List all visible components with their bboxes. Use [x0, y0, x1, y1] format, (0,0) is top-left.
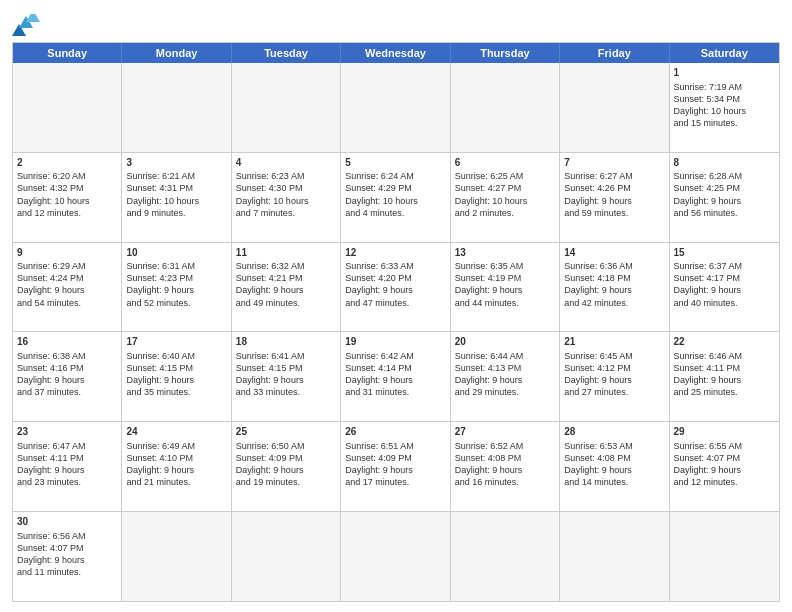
- day-info: Daylight: 10 hours: [236, 195, 336, 207]
- day-info: Sunrise: 6:27 AM: [564, 170, 664, 182]
- header: [12, 10, 780, 36]
- day-info: Sunrise: 6:32 AM: [236, 260, 336, 272]
- calendar-cell-2-6: 15Sunrise: 6:37 AMSunset: 4:17 PMDayligh…: [670, 243, 779, 332]
- day-info: Sunrise: 6:28 AM: [674, 170, 775, 182]
- day-number: 7: [564, 156, 664, 170]
- day-info: and 37 minutes.: [17, 386, 117, 398]
- calendar-cell-0-0: [13, 63, 122, 152]
- day-number: 30: [17, 515, 117, 529]
- logo: [12, 10, 44, 36]
- calendar-cell-0-5: [560, 63, 669, 152]
- day-info: and 14 minutes.: [564, 476, 664, 488]
- calendar-cell-1-1: 3Sunrise: 6:21 AMSunset: 4:31 PMDaylight…: [122, 153, 231, 242]
- calendar-cell-5-1: [122, 512, 231, 601]
- calendar-cell-4-2: 25Sunrise: 6:50 AMSunset: 4:09 PMDayligh…: [232, 422, 341, 511]
- day-number: 20: [455, 335, 555, 349]
- day-info: Sunset: 4:09 PM: [236, 452, 336, 464]
- day-info: Sunrise: 6:40 AM: [126, 350, 226, 362]
- day-number: 27: [455, 425, 555, 439]
- day-info: and 44 minutes.: [455, 297, 555, 309]
- day-info: Daylight: 9 hours: [564, 195, 664, 207]
- calendar-cell-1-6: 8Sunrise: 6:28 AMSunset: 4:25 PMDaylight…: [670, 153, 779, 242]
- day-info: Daylight: 9 hours: [126, 374, 226, 386]
- day-info: and 54 minutes.: [17, 297, 117, 309]
- day-info: and 11 minutes.: [17, 566, 117, 578]
- day-info: Sunrise: 6:33 AM: [345, 260, 445, 272]
- day-info: Sunrise: 6:21 AM: [126, 170, 226, 182]
- day-info: Daylight: 10 hours: [126, 195, 226, 207]
- day-info: Daylight: 10 hours: [455, 195, 555, 207]
- day-info: and 35 minutes.: [126, 386, 226, 398]
- day-info: Sunset: 4:10 PM: [126, 452, 226, 464]
- header-day-tuesday: Tuesday: [232, 43, 341, 63]
- day-info: Sunset: 4:11 PM: [17, 452, 117, 464]
- day-number: 10: [126, 246, 226, 260]
- calendar-cell-4-1: 24Sunrise: 6:49 AMSunset: 4:10 PMDayligh…: [122, 422, 231, 511]
- day-info: and 7 minutes.: [236, 207, 336, 219]
- day-info: and 16 minutes.: [455, 476, 555, 488]
- calendar-cell-1-0: 2Sunrise: 6:20 AMSunset: 4:32 PMDaylight…: [13, 153, 122, 242]
- day-info: and 29 minutes.: [455, 386, 555, 398]
- day-info: and 52 minutes.: [126, 297, 226, 309]
- day-info: Daylight: 9 hours: [345, 464, 445, 476]
- day-info: and 31 minutes.: [345, 386, 445, 398]
- day-info: Daylight: 10 hours: [345, 195, 445, 207]
- header-day-friday: Friday: [560, 43, 669, 63]
- calendar-cell-4-3: 26Sunrise: 6:51 AMSunset: 4:09 PMDayligh…: [341, 422, 450, 511]
- header-day-monday: Monday: [122, 43, 231, 63]
- day-info: and 49 minutes.: [236, 297, 336, 309]
- calendar-cell-0-4: [451, 63, 560, 152]
- day-info: Sunset: 4:21 PM: [236, 272, 336, 284]
- day-info: Sunrise: 6:29 AM: [17, 260, 117, 272]
- day-info: Sunset: 4:11 PM: [674, 362, 775, 374]
- calendar: SundayMondayTuesdayWednesdayThursdayFrid…: [12, 42, 780, 602]
- calendar-cell-5-2: [232, 512, 341, 601]
- day-info: and 19 minutes.: [236, 476, 336, 488]
- day-number: 2: [17, 156, 117, 170]
- day-info: Sunset: 4:24 PM: [17, 272, 117, 284]
- calendar-row-1: 2Sunrise: 6:20 AMSunset: 4:32 PMDaylight…: [13, 152, 779, 242]
- day-number: 1: [674, 66, 775, 80]
- day-number: 26: [345, 425, 445, 439]
- day-info: Sunrise: 6:44 AM: [455, 350, 555, 362]
- calendar-cell-0-3: [341, 63, 450, 152]
- day-info: Daylight: 9 hours: [17, 464, 117, 476]
- calendar-cell-4-5: 28Sunrise: 6:53 AMSunset: 4:08 PMDayligh…: [560, 422, 669, 511]
- day-info: Daylight: 9 hours: [236, 374, 336, 386]
- header-day-sunday: Sunday: [13, 43, 122, 63]
- calendar-cell-0-1: [122, 63, 231, 152]
- day-info: and 9 minutes.: [126, 207, 226, 219]
- day-info: Sunset: 5:34 PM: [674, 93, 775, 105]
- day-info: Sunrise: 6:20 AM: [17, 170, 117, 182]
- day-info: Daylight: 9 hours: [126, 284, 226, 296]
- day-number: 9: [17, 246, 117, 260]
- day-info: and 12 minutes.: [17, 207, 117, 219]
- day-info: Sunrise: 6:25 AM: [455, 170, 555, 182]
- day-number: 19: [345, 335, 445, 349]
- day-info: Sunrise: 6:37 AM: [674, 260, 775, 272]
- day-info: Sunset: 4:26 PM: [564, 182, 664, 194]
- calendar-cell-4-0: 23Sunrise: 6:47 AMSunset: 4:11 PMDayligh…: [13, 422, 122, 511]
- day-info: and 25 minutes.: [674, 386, 775, 398]
- day-info: Sunset: 4:12 PM: [564, 362, 664, 374]
- day-number: 3: [126, 156, 226, 170]
- calendar-cell-3-2: 18Sunrise: 6:41 AMSunset: 4:15 PMDayligh…: [232, 332, 341, 421]
- day-info: Sunset: 4:15 PM: [236, 362, 336, 374]
- day-info: and 12 minutes.: [674, 476, 775, 488]
- calendar-header: SundayMondayTuesdayWednesdayThursdayFrid…: [13, 43, 779, 63]
- day-info: Sunset: 4:20 PM: [345, 272, 445, 284]
- svg-marker-2: [26, 14, 40, 22]
- day-number: 4: [236, 156, 336, 170]
- day-info: and 21 minutes.: [126, 476, 226, 488]
- calendar-cell-5-0: 30Sunrise: 6:56 AMSunset: 4:07 PMDayligh…: [13, 512, 122, 601]
- day-info: Daylight: 9 hours: [236, 464, 336, 476]
- day-info: Sunrise: 6:51 AM: [345, 440, 445, 452]
- day-info: and 47 minutes.: [345, 297, 445, 309]
- calendar-cell-2-3: 12Sunrise: 6:33 AMSunset: 4:20 PMDayligh…: [341, 243, 450, 332]
- calendar-cell-3-0: 16Sunrise: 6:38 AMSunset: 4:16 PMDayligh…: [13, 332, 122, 421]
- header-day-saturday: Saturday: [670, 43, 779, 63]
- day-info: Sunset: 4:07 PM: [17, 542, 117, 554]
- calendar-cell-3-3: 19Sunrise: 6:42 AMSunset: 4:14 PMDayligh…: [341, 332, 450, 421]
- day-info: Sunrise: 6:49 AM: [126, 440, 226, 452]
- day-number: 17: [126, 335, 226, 349]
